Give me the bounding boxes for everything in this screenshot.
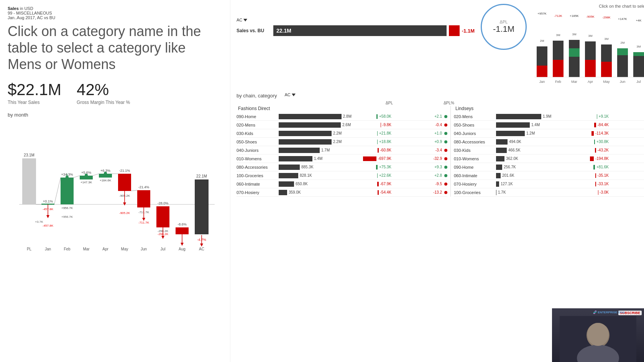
left-panel: Sales in USD 99 - MISCELLANEOUS Jan..Aug…	[0, 0, 230, 362]
sales-kpi-label: This Year Sales	[8, 100, 61, 105]
row-label[interactable]: 060-Intimate	[237, 182, 279, 186]
waterfall-chart[interactable]: 23.1M +0.1% -457.8K +34.3% +956.7K +5.6%	[8, 120, 222, 296]
table-row[interactable]: 080-Accessories 885.3K +75.3K +9.3	[237, 163, 447, 171]
row-label[interactable]: 040-Juniors	[237, 148, 279, 153]
monthly-bars-svg[interactable]: +957K Jan 2M -712K Feb 3M +185K Mar	[534, 10, 644, 87]
row-label[interactable]: 100-Groceries	[237, 173, 279, 178]
svg-marker-35	[161, 236, 164, 239]
table-row[interactable]: 080-Accessories 494.0K +30.8K +6.7	[454, 138, 644, 146]
video-overlay: SUBSCRIBE 🧬 ENTERPRISE DNA	[552, 308, 644, 362]
row-label[interactable]: 010-Womens	[454, 156, 496, 161]
svg-text:Jun: Jun	[141, 247, 147, 251]
svg-text:Feb: Feb	[64, 247, 71, 251]
table-row[interactable]: 040-Juniors 1.7M -60.8K -3.4	[237, 146, 447, 155]
delta-circle: ΔPL -1.1M	[481, 4, 527, 50]
table-row[interactable]: 090-Home 256.7K +81.6K	[454, 163, 644, 171]
fashions-direct-label: Fashions Direct	[237, 106, 447, 111]
row-label[interactable]: 020-Mens	[237, 123, 279, 127]
svg-rect-21	[118, 174, 131, 191]
ac-dropdown[interactable]: AC	[237, 18, 247, 22]
row-label[interactable]: 070-Hosiery	[454, 182, 496, 186]
svg-text:Jan: Jan	[539, 80, 545, 84]
row-label[interactable]: 050-Shoes	[237, 140, 279, 144]
svg-text:-21.4%: -21.4%	[138, 185, 150, 189]
row-label[interactable]: 020-Mens	[454, 114, 496, 119]
table-row[interactable]: 010-Womens 362.0K -194.8K	[454, 155, 644, 163]
svg-text:3M: 3M	[572, 33, 576, 36]
top-info: Sales in USD 99 - MISCELLANEOUS Jan..Aug…	[8, 6, 222, 20]
svg-point-20	[104, 172, 107, 175]
delta-plpct-header: ΔPL%	[393, 101, 454, 105]
table-row[interactable]: 050-Shoes 2.2M +18.8K +0.9	[237, 138, 447, 146]
table-row[interactable]: 100-Groceries 828.1K +22.6K +2.8	[237, 171, 447, 180]
person-silhouette	[560, 316, 636, 362]
svg-marker-30	[142, 218, 145, 221]
svg-rect-26	[137, 190, 150, 207]
row-label[interactable]: 030-Kids	[237, 131, 279, 136]
table-row[interactable]: 020-Mens 1.9M +9.1K +0.5	[454, 112, 644, 121]
svg-text:AC: AC	[199, 247, 204, 251]
svg-text:+147K: +147K	[618, 17, 627, 21]
table-row[interactable]: 100-Groceries 1.7K -3.0K	[454, 188, 644, 197]
row-label[interactable]: 050-Shoes	[454, 123, 496, 127]
svg-text:-711.7K: -711.7K	[138, 221, 150, 224]
svg-text:Jul: Jul	[636, 80, 641, 84]
fashions-direct-table: 090-Home 2.8M +58.0K +2.1 020-Mens	[237, 112, 447, 197]
circle-label: ΔPL	[500, 20, 508, 24]
row-label[interactable]: 010-Womens	[237, 156, 279, 161]
waterfall-svg: 23.1M +0.1% -457.8K +34.3% +956.7K +5.6%	[8, 120, 222, 281]
svg-text:+0.1%: +0.1%	[43, 199, 53, 203]
gm-kpi-label: Gross Margin This Year %	[77, 100, 130, 105]
by-month-label: by month	[8, 112, 222, 118]
dropdown-arrow2	[292, 94, 296, 96]
row-label[interactable]: 030-Kids	[454, 148, 496, 153]
table-row[interactable]: 020-Mens 2.6M -9.8K -0.4	[237, 121, 447, 129]
lindseys-section: Lindseys 020-Mens 1.9M +9.1K +0.5	[454, 106, 644, 197]
svg-text:+3.7K: +3.7K	[35, 220, 43, 224]
svg-marker-44	[200, 244, 203, 247]
svg-point-16	[85, 174, 88, 177]
svg-text:+184.6K: +184.6K	[100, 179, 112, 182]
svg-rect-89	[601, 62, 612, 77]
row-label[interactable]: 090-Home	[454, 165, 496, 169]
currency-label: in USD	[20, 6, 33, 11]
table-row[interactable]: 050-Shoes 1.4M -84.4K -5.8	[454, 121, 644, 129]
table-row[interactable]: 010-Womens 1.4M -697.9K -32.9	[237, 155, 447, 163]
table-row[interactable]: 090-Home 2.8M +58.0K +2.1	[237, 112, 447, 121]
svb-red-bar	[449, 25, 460, 36]
table-row[interactable]: 070-Hosiery 127.1K -33.1K	[454, 180, 644, 188]
table-row[interactable]: 060-Intimate 650.8K -67.9K -9.5	[237, 180, 447, 188]
svg-text:Jan: Jan	[45, 247, 51, 251]
table-row[interactable]: 030-Kids 2.2M +21.8K +1.0	[237, 129, 447, 138]
svg-rect-84	[585, 60, 596, 77]
row-label[interactable]: 090-Home	[237, 114, 279, 119]
svg-text:Mar: Mar	[83, 247, 90, 251]
row-label[interactable]: 060-Intimate	[454, 173, 496, 178]
table-row[interactable]: 040-Juniors 1.2M -114.3K -8.6	[454, 129, 644, 138]
sales-label: Sales	[8, 6, 19, 11]
wf-bar-pl	[22, 158, 36, 204]
svg-text:May: May	[121, 247, 128, 251]
page: Sales in USD 99 - MISCELLANEOUS Jan..Aug…	[0, 0, 644, 362]
by-chain-ac-dropdown[interactable]: AC	[285, 92, 296, 97]
svg-text:3M: 3M	[588, 34, 592, 38]
table-row[interactable]: 060-Intimate 201.6K -35.1K	[454, 171, 644, 180]
lindseys-table: 020-Mens 1.9M +9.1K +0.5 050-Shoes	[454, 112, 644, 197]
row-label[interactable]: 070-Hosiery	[237, 190, 279, 195]
kpi-row: $22.1M This Year Sales 42% Gross Margin …	[8, 81, 222, 105]
svg-rect-99	[633, 52, 644, 56]
table-row[interactable]: 070-Hosiery 359.0K -54.4K -13.2	[237, 188, 447, 197]
svg-text:Apr: Apr	[588, 80, 593, 84]
svg-point-111	[587, 323, 609, 346]
table-row[interactable]: 030-Kids 466.5K -43.2K	[454, 146, 644, 155]
row-label[interactable]: 040-Juniors	[454, 131, 496, 136]
svg-rect-69	[537, 66, 547, 77]
svg-text:Jun: Jun	[620, 80, 626, 84]
row-label[interactable]: 080-Accessories	[454, 140, 496, 144]
row-label[interactable]: 080-Accessories	[237, 165, 279, 169]
svg-text:3M: 3M	[636, 45, 641, 48]
misc-label: 99 - MISCELLANEOUS	[8, 11, 52, 15]
svg-text:+956.7K: +956.7K	[61, 215, 73, 219]
svg-text:23.1M: 23.1M	[24, 153, 34, 157]
row-label[interactable]: 100-Groceries	[454, 190, 496, 195]
